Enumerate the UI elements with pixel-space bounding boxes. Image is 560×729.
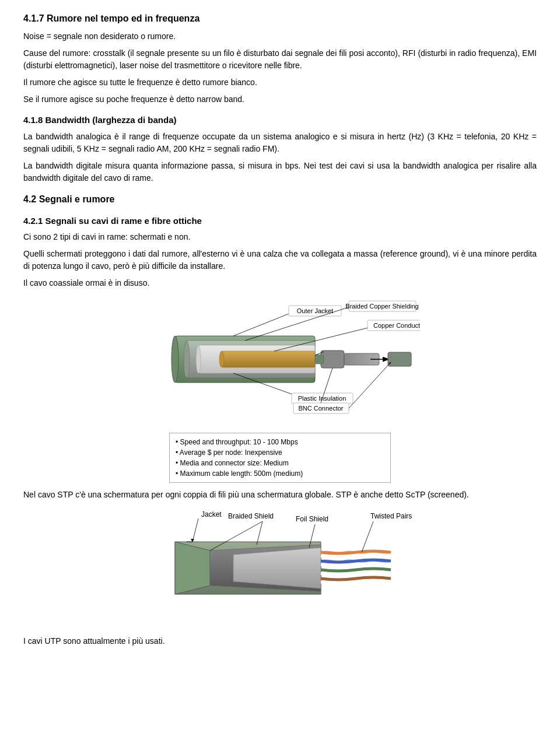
para-421-1: Ci sono 2 tipi di cavi in rame: schermat…: [23, 231, 537, 243]
stp-label-twisted-pairs: Twisted Pairs: [370, 512, 412, 520]
svg-line-13: [233, 313, 292, 336]
stp-label-jacket: Jacket: [201, 510, 222, 518]
label-plastic-insulation: Plastic Insulation: [298, 395, 346, 402]
heading-42: 4.2 Segnali e rumore: [23, 192, 537, 206]
para-417-4: Se il rumore agisce su poche frequenze è…: [23, 93, 537, 106]
svg-point-5: [184, 341, 190, 378]
section-421: 4.2.1 Segnali su cavi di rame e fibre ot…: [23, 215, 537, 648]
section-42: 4.2 Segnali e rumore: [23, 192, 537, 206]
stp-label-foil-shield: Foil Shield: [296, 515, 328, 523]
svg-point-7: [219, 351, 224, 367]
stp-diagram-container: Jacket Braided Shield Foil Shield Twiste…: [134, 507, 426, 629]
label-bnc-connector: BNC Connector: [298, 405, 343, 412]
para-417-3: Il rumore che agisce su tutte le frequen…: [23, 76, 537, 89]
svg-rect-3: [222, 351, 315, 367]
heading-417: 4.1.7 Rumore nel tempo ed in frequenza: [23, 12, 537, 26]
svg-line-26: [257, 521, 262, 545]
svg-rect-11: [388, 352, 411, 366]
coax-spec-1: • Speed and throughput: 10 - 100 Mbps: [176, 437, 384, 447]
svg-point-4: [172, 336, 178, 383]
svg-line-29: [362, 521, 373, 552]
coax-specs-box: • Speed and throughput: 10 - 100 Mbps • …: [169, 433, 391, 483]
para-421-3: Il cavo coassiale ormai è in disuso.: [23, 277, 537, 289]
para-421-4: Nel cavo STP c'è una schermatura per ogn…: [23, 489, 537, 501]
svg-marker-31: [191, 539, 194, 542]
coax-cable-svg: Outer Jacket Braided Copper Shielding Co…: [140, 295, 420, 429]
svg-line-24: [349, 362, 391, 408]
para-421-5: I cavi UTP sono attualmente i più usati.: [23, 635, 537, 647]
coax-spec-2: • Average $ per node: Inexpensive: [176, 447, 384, 458]
para-417-2: Cause del rumore: crosstalk (il segnale …: [23, 47, 537, 72]
svg-point-6: [196, 345, 201, 373]
coax-spec-3: • Media and connector size: Medium: [176, 458, 384, 468]
section-418: 4.1.8 Bandwidth (larghezza di banda) La …: [23, 114, 537, 184]
svg-rect-8: [321, 351, 344, 368]
heading-421: 4.2.1 Segnali su cavi di rame e fibre ot…: [23, 215, 537, 228]
para-421-2: Quelli schermati proteggono i dati dal r…: [23, 248, 537, 272]
label-braided-copper: Braided Copper Shielding: [345, 303, 418, 310]
heading-418: 4.1.8 Bandwidth (larghezza di banda): [23, 114, 537, 127]
coax-spec-4: • Maximum cable length: 500m (medium): [176, 468, 384, 479]
label-copper-conductor: Copper Conductor: [373, 322, 420, 329]
svg-line-25: [192, 518, 198, 542]
para-418-2: La bandwidth digitale misura quanta info…: [23, 160, 537, 184]
label-outer-jacket: Outer Jacket: [297, 307, 333, 314]
coax-diagram-container: Outer Jacket Braided Copper Shielding Co…: [134, 295, 426, 483]
para-418-1: La bandwidth analogica è il range di fre…: [23, 131, 537, 155]
svg-rect-12: [315, 355, 324, 364]
stp-label-braided-shield: Braided Shield: [228, 512, 274, 520]
para-417-1: Noise = segnale non desiderato o rumore.: [23, 30, 537, 43]
stp-cable-svg: Jacket Braided Shield Foil Shield Twiste…: [140, 507, 420, 629]
section-417: 4.1.7 Rumore nel tempo ed in frequenza N…: [23, 12, 537, 106]
